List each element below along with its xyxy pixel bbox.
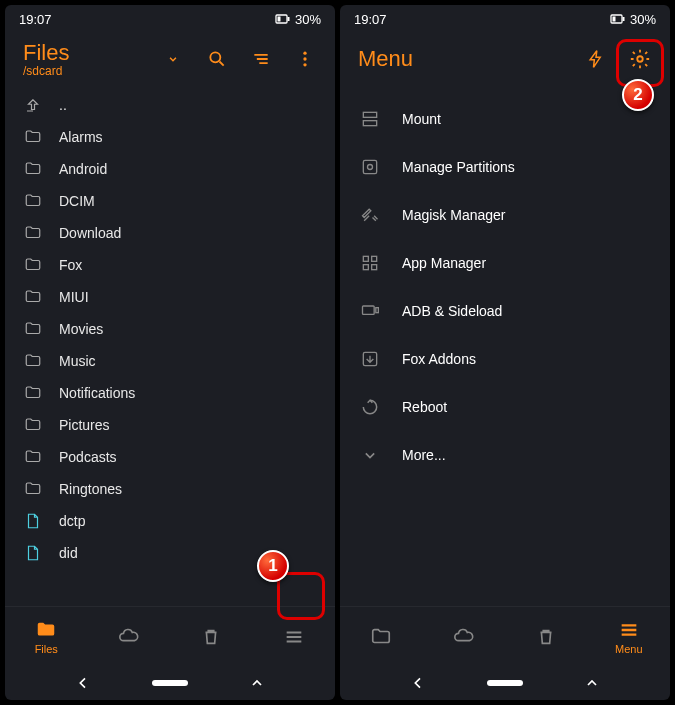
folder-filled-icon [35, 619, 57, 641]
nav-trash[interactable] [170, 607, 253, 666]
phone-left: 19:07 30% Files /sdcard .. Alar [5, 5, 335, 700]
settings-button[interactable] [620, 39, 660, 79]
file-list: .. Alarms Android DCIM Download Fox MIUI… [5, 89, 335, 606]
dropdown-button[interactable] [153, 39, 193, 79]
menu-item-apps[interactable]: App Manager [344, 239, 666, 287]
menu-item-label: Reboot [402, 399, 447, 415]
phone-right: 19:07 30% Menu Mount Manage Partitions M… [340, 5, 670, 700]
menu-item-label: App Manager [402, 255, 486, 271]
home-button[interactable] [152, 680, 188, 686]
menu-item-reboot[interactable]: Reboot [344, 383, 666, 431]
page-title: Files [23, 40, 153, 66]
menu-header: Menu [340, 33, 670, 95]
folder-icon [23, 351, 43, 371]
folder-item[interactable]: DCIM [9, 185, 331, 217]
folder-item[interactable]: Android [9, 153, 331, 185]
file-item[interactable]: dctp [9, 505, 331, 537]
nav-cloud[interactable] [423, 607, 506, 666]
overflow-button[interactable] [285, 39, 325, 79]
menu-item-label: Magisk Manager [402, 207, 506, 223]
recent-button[interactable] [249, 675, 265, 691]
menu-item-addons[interactable]: Fox Addons [344, 335, 666, 383]
item-label: Pictures [59, 417, 110, 433]
svg-rect-1 [287, 17, 289, 21]
folder-item[interactable]: MIUI [9, 281, 331, 313]
menu-item-label: Mount [402, 111, 441, 127]
battery-icon [275, 12, 291, 26]
search-button[interactable] [197, 39, 237, 79]
trash-icon [535, 626, 557, 648]
battery-percent: 30% [630, 12, 656, 27]
system-nav [5, 666, 335, 700]
nav-files[interactable]: Files [5, 607, 88, 666]
nav-files[interactable] [340, 607, 423, 666]
folder-icon [23, 383, 43, 403]
nav-cloud[interactable] [88, 607, 171, 666]
svg-rect-20 [363, 121, 376, 126]
folder-item[interactable]: Movies [9, 313, 331, 345]
folder-item[interactable]: Pictures [9, 409, 331, 441]
item-label: DCIM [59, 193, 95, 209]
more-icon [360, 445, 380, 465]
svg-point-9 [303, 57, 306, 60]
folder-item[interactable]: Notifications [9, 377, 331, 409]
battery-icon [610, 12, 626, 26]
folder-item[interactable]: Music [9, 345, 331, 377]
svg-rect-17 [612, 17, 615, 22]
folder-item[interactable]: Download [9, 217, 331, 249]
menu-item-mount[interactable]: Mount [344, 95, 666, 143]
item-label: Notifications [59, 385, 135, 401]
svg-rect-16 [622, 17, 624, 21]
menu-item-label: ADB & Sideload [402, 303, 502, 319]
menu-item-label: More... [402, 447, 446, 463]
breadcrumb[interactable]: /sdcard [23, 64, 153, 78]
system-nav [340, 666, 670, 700]
folder-icon [23, 479, 43, 499]
nav-menu-button[interactable] [253, 607, 336, 666]
svg-point-3 [210, 52, 220, 62]
menu-list: Mount Manage Partitions Magisk Manager A… [340, 95, 670, 606]
menu-item-more[interactable]: More... [344, 431, 666, 479]
cloud-icon [453, 626, 475, 648]
folder-item[interactable]: Podcasts [9, 441, 331, 473]
folder-item[interactable]: Alarms [9, 121, 331, 153]
sort-button[interactable] [241, 39, 281, 79]
parent-dir-item[interactable]: .. [9, 89, 331, 121]
folder-icon [23, 127, 43, 147]
svg-rect-27 [363, 306, 375, 314]
menu-item-partition[interactable]: Manage Partitions [344, 143, 666, 191]
folder-icon [23, 415, 43, 435]
item-label: Alarms [59, 129, 103, 145]
cloud-icon [118, 626, 140, 648]
adb-icon [360, 301, 380, 321]
battery-percent: 30% [295, 12, 321, 27]
item-label: Music [59, 353, 96, 369]
item-label: Download [59, 225, 121, 241]
svg-point-22 [368, 165, 373, 170]
home-button[interactable] [487, 680, 523, 686]
item-label: Fox [59, 257, 82, 273]
file-item[interactable]: did [9, 537, 331, 569]
folder-icon [23, 191, 43, 211]
files-header: Files /sdcard [5, 33, 335, 89]
svg-rect-23 [363, 256, 368, 261]
menu-item-magisk[interactable]: Magisk Manager [344, 191, 666, 239]
folder-icon [23, 287, 43, 307]
recent-button[interactable] [584, 675, 600, 691]
trash-icon [200, 626, 222, 648]
nav-trash[interactable] [505, 607, 588, 666]
bottom-nav: Files [5, 606, 335, 666]
up-icon [23, 95, 43, 115]
folder-item[interactable]: Ringtones [9, 473, 331, 505]
flash-button[interactable] [576, 39, 616, 79]
folder-item[interactable]: Fox [9, 249, 331, 281]
svg-rect-26 [372, 265, 377, 270]
back-button[interactable] [410, 675, 426, 691]
back-button[interactable] [75, 675, 91, 691]
svg-point-10 [303, 63, 306, 66]
nav-menu[interactable]: Menu [588, 607, 671, 666]
menu-item-adb[interactable]: ADB & Sideload [344, 287, 666, 335]
menu-item-label: Manage Partitions [402, 159, 515, 175]
svg-rect-24 [372, 256, 377, 261]
item-label: did [59, 545, 78, 561]
